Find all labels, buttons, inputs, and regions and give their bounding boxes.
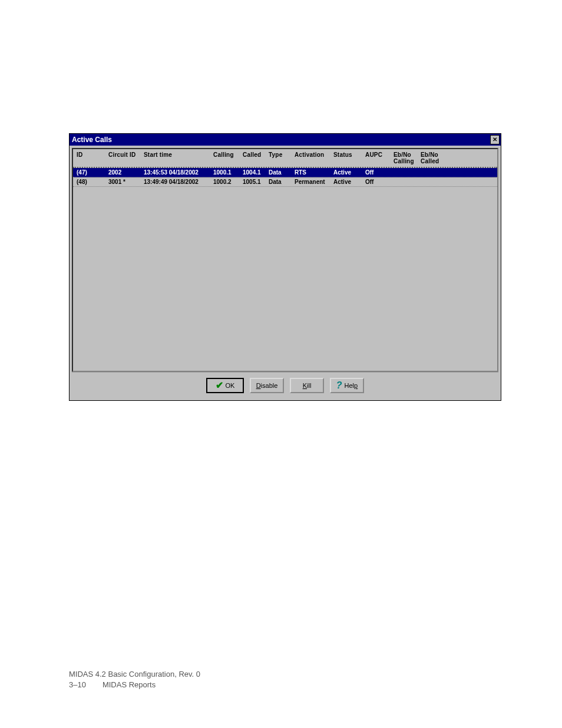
check-icon: ✔ [216, 380, 223, 391]
calls-table: ID Circuit ID Start time Calling Called … [72, 148, 498, 372]
titlebar: Active Calls ✕ [70, 134, 501, 146]
question-icon: ? [336, 380, 342, 391]
footer-line1: MIDAS 4.2 Basic Configuration, Rev. 0 [69, 669, 200, 680]
window-title: Active Calls [72, 136, 112, 144]
col-aupc: AUPC [365, 151, 394, 164]
table-row[interactable]: (47) 2002 13:45:53 04/18/2002 1000.1 100… [73, 168, 497, 177]
col-type: Type [269, 151, 295, 164]
page-footer: MIDAS 4.2 Basic Configuration, Rev. 0 3–… [69, 669, 200, 690]
section-title: MIDAS Reports [103, 680, 156, 690]
col-circuit: Circuit ID [108, 151, 144, 164]
col-id: ID [74, 151, 108, 164]
kill-button[interactable]: Kill [290, 378, 324, 393]
col-called: Called [243, 151, 269, 164]
table-row[interactable]: (48) 3001 * 13:49:49 04/18/2002 1000.2 1… [73, 177, 497, 187]
col-activation: Activation [295, 151, 333, 164]
ok-button[interactable]: ✔ OK [206, 378, 244, 393]
document-page: Active Calls ✕ ID Circuit ID Start time … [0, 0, 562, 728]
button-bar: ✔ OK Disable Kill ? Help [72, 372, 498, 398]
col-status: Status [333, 151, 365, 164]
help-button[interactable]: ? Help [330, 378, 364, 393]
col-ebno-called: Eb/No Called [421, 151, 447, 164]
disable-button[interactable]: Disable [250, 378, 284, 393]
close-icon[interactable]: ✕ [490, 135, 500, 144]
active-calls-window: Active Calls ✕ ID Circuit ID Start time … [69, 133, 501, 401]
col-ebno-calling: Eb/No Calling [394, 151, 421, 164]
window-body: ID Circuit ID Start time Calling Called … [70, 146, 501, 400]
page-number: 3–10 [69, 680, 86, 690]
table-header-row: ID Circuit ID Start time Calling Called … [73, 149, 497, 168]
col-calling: Calling [213, 151, 243, 164]
col-start: Start time [144, 151, 213, 164]
